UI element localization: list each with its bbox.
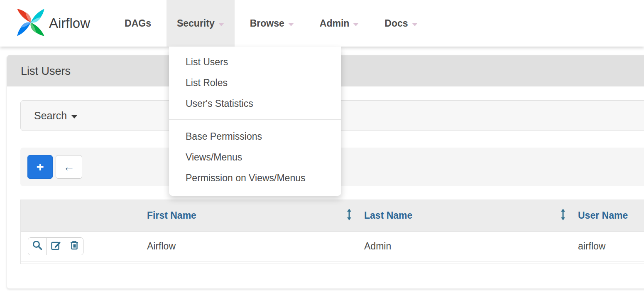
menu-item-base-permissions[interactable]: Base Permissions xyxy=(169,126,341,147)
table-header-row: First Name Last Name xyxy=(21,200,644,232)
menu-item-permission-on-views-menus[interactable]: Permission on Views/Menus xyxy=(169,168,341,188)
menu-item-views-menus[interactable]: Views/Menus xyxy=(169,147,341,168)
arrow-left-icon: ← xyxy=(63,160,75,174)
users-table-container: First Name Last Name xyxy=(20,200,644,264)
cell-last-name: Admin xyxy=(358,232,571,261)
page-title: List Users xyxy=(21,65,71,78)
row-actions-cell xyxy=(21,232,140,261)
caret-down-icon xyxy=(288,23,294,26)
top-navbar: Airflow DAGs Security Browse Admin Docs xyxy=(0,0,644,47)
sort-vertical-arrows-icon[interactable] xyxy=(346,208,353,223)
nav-item-docs[interactable]: Docs xyxy=(374,0,428,47)
nav-item-security[interactable]: Security xyxy=(167,0,235,47)
search-label: Search xyxy=(34,110,67,122)
nav-item-dags[interactable]: DAGs xyxy=(114,0,162,47)
users-table: First Name Last Name xyxy=(21,200,644,261)
add-record-button[interactable]: + xyxy=(27,155,53,179)
nav-item-label: Admin xyxy=(320,18,350,29)
trash-icon xyxy=(69,240,80,253)
nav-item-browse[interactable]: Browse xyxy=(240,0,304,47)
sort-vertical-arrows-icon[interactable] xyxy=(560,208,566,223)
back-button[interactable]: ← xyxy=(56,155,82,179)
airflow-pinwheel-logo-icon xyxy=(15,7,47,40)
menu-item-users-statistics[interactable]: User's Statistics xyxy=(169,93,341,114)
airflow-brand[interactable]: Airflow xyxy=(15,7,90,40)
column-label: Last Name xyxy=(364,210,412,221)
menu-item-list-roles[interactable]: List Roles xyxy=(169,72,341,93)
column-label: First Name xyxy=(147,210,196,221)
row-actions-group xyxy=(28,237,83,255)
nav-item-label: Docs xyxy=(384,18,408,29)
magnifier-icon xyxy=(32,240,43,253)
cell-first-name: Airflow xyxy=(140,232,358,261)
menu-divider xyxy=(169,119,341,120)
plus-icon: + xyxy=(36,160,44,175)
caret-down-icon xyxy=(412,23,418,26)
show-record-button[interactable] xyxy=(28,238,47,255)
nav-item-label: DAGs xyxy=(125,18,151,29)
caret-down-icon xyxy=(353,23,359,26)
nav-item-admin[interactable]: Admin xyxy=(309,0,370,47)
column-header-first-name[interactable]: First Name xyxy=(140,200,358,232)
column-header-last-name[interactable]: Last Name xyxy=(358,200,571,232)
nav-item-label: Browse xyxy=(250,18,284,29)
delete-record-button[interactable] xyxy=(65,238,83,255)
menu-item-list-users[interactable]: List Users xyxy=(169,52,341,72)
column-header-user-name[interactable]: User Name xyxy=(571,200,644,232)
main-nav: DAGs Security Browse Admin Docs xyxy=(112,0,431,47)
nav-item-label: Security xyxy=(177,18,215,29)
caret-down-icon xyxy=(218,23,224,26)
cell-user-name: airflow xyxy=(571,232,644,261)
edit-icon xyxy=(51,240,61,253)
table-row: Airflow Admin airflow xyxy=(21,232,644,261)
edit-record-button[interactable] xyxy=(47,238,65,255)
security-dropdown-menu: List Users List Roles User's Statistics … xyxy=(169,47,341,196)
column-label: User Name xyxy=(578,210,628,221)
brand-title: Airflow xyxy=(49,15,90,31)
caret-down-icon xyxy=(71,115,78,118)
column-header-actions xyxy=(21,200,140,232)
